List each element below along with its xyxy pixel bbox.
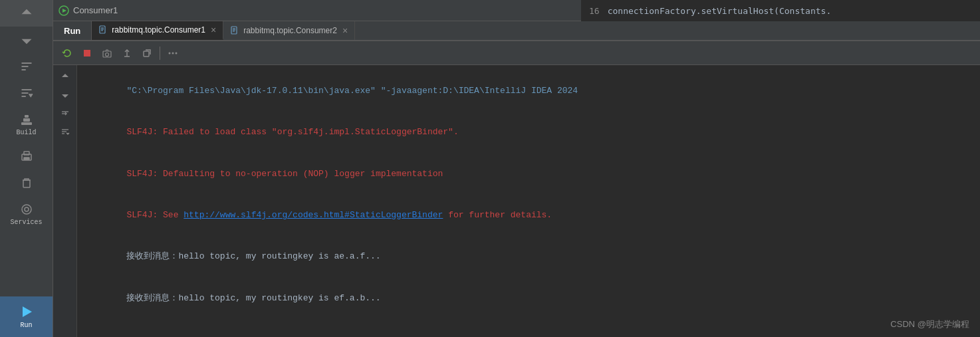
- tab1-close[interactable]: ×: [211, 25, 216, 35]
- tab-bar: Run rabbitmq.topic.Consumer1 × rabbitmq.…: [53, 21, 980, 41]
- svg-rect-11: [24, 158, 29, 160]
- svg-rect-32: [144, 51, 149, 56]
- line-number: 16: [589, 6, 600, 16]
- pin-button[interactable]: [118, 45, 136, 62]
- console-gutter: [53, 65, 77, 337]
- slf4j-see-prefix: SLF4J: See: [126, 210, 184, 220]
- toolbar-separator: [160, 47, 160, 60]
- sidebar-sort-down[interactable]: [0, 80, 53, 106]
- tab1-label: rabbitmq.topic.Consumer1: [112, 25, 205, 35]
- file-icon-1: [98, 25, 108, 35]
- gutter-up[interactable]: [58, 69, 72, 84]
- sidebar-item-build[interactable]: Build: [0, 106, 53, 143]
- slf4j-link[interactable]: http://www.slf4j.org/codes.html#StaticLo…: [184, 210, 443, 220]
- svg-rect-8: [25, 115, 29, 118]
- rerun-button[interactable]: [59, 45, 76, 62]
- console-area: "C:\Program Files\Java\jdk-17.0.11\bin\j…: [53, 65, 980, 337]
- tab2-close[interactable]: ×: [342, 25, 348, 36]
- build-label: Build: [16, 129, 36, 136]
- consumer1-title: Consumer1: [73, 5, 118, 15]
- watermark: CSDN @明志学编程: [890, 318, 969, 330]
- console-line-3: SLF4J: Defaulting to no-operation (NOP) …: [85, 154, 972, 195]
- top-bar-title-area: Consumer1: [59, 5, 118, 16]
- console-line-4: SLF4J: See http://www.slf4j.org/codes.ht…: [85, 195, 972, 236]
- top-bar: Consumer1 16 connectionFactory.setVirtua…: [53, 0, 980, 21]
- svg-rect-27: [84, 50, 90, 56]
- code-snippet: connectionFactory.setVirtualHost(Constan…: [608, 6, 832, 16]
- svg-point-34: [172, 52, 174, 54]
- svg-rect-7: [23, 118, 30, 122]
- sidebar-sort[interactable]: [0, 53, 53, 80]
- tab-run[interactable]: Run: [53, 21, 92, 40]
- console-output[interactable]: "C:\Program Files\Java\jdk-17.0.11\bin\j…: [77, 65, 980, 337]
- svg-point-29: [106, 53, 109, 56]
- console-line-6: 接收到消息：hello topic, my routingkey is ef.a…: [85, 278, 972, 319]
- console-line-1: "C:\Program Files\Java\jdk-17.0.11\bin\j…: [85, 70, 972, 112]
- gutter-down[interactable]: [58, 88, 72, 102]
- svg-point-15: [25, 207, 29, 211]
- tab2-label: rabbitmq.topic.Consumer2: [243, 26, 337, 35]
- main-content: Consumer1 16 connectionFactory.setVirtua…: [53, 0, 980, 337]
- restore-button[interactable]: [138, 45, 156, 62]
- tab-consumer1[interactable]: rabbitmq.topic.Consumer1 ×: [92, 21, 223, 40]
- svg-point-33: [169, 52, 171, 54]
- sidebar-scroll-down[interactable]: [0, 27, 53, 53]
- svg-point-35: [176, 52, 178, 54]
- sidebar-top-section: Build Services: [0, 0, 53, 233]
- sidebar: Build Services: [0, 0, 53, 337]
- stop-button[interactable]: [78, 45, 96, 62]
- gutter-sort-desc[interactable]: [58, 125, 72, 140]
- run-bottom-label: Run: [20, 322, 32, 329]
- services-label: Services: [10, 219, 42, 226]
- gutter-wrap[interactable]: [58, 106, 72, 121]
- console-line-2: SLF4J: Failed to load class "org.slf4j.i…: [85, 112, 972, 153]
- toolbar: [53, 41, 980, 65]
- svg-rect-10: [24, 152, 29, 155]
- svg-marker-18: [62, 9, 66, 13]
- more-options-button[interactable]: [164, 45, 182, 62]
- sidebar-item-print[interactable]: [0, 143, 53, 169]
- run-bottom-button[interactable]: Run: [0, 296, 53, 337]
- svg-rect-13: [23, 180, 30, 187]
- file-icon-2: [230, 26, 239, 35]
- svg-point-14: [22, 205, 31, 214]
- tab-consumer2[interactable]: rabbitmq.topic.Consumer2 ×: [223, 21, 355, 40]
- sidebar-scroll-up[interactable]: [0, 0, 53, 27]
- svg-marker-16: [23, 306, 32, 317]
- console-line-5: 接收到消息：hello topic, my routingkey is ae.a…: [85, 237, 972, 278]
- sidebar-item-services[interactable]: Services: [0, 196, 53, 233]
- slf4j-see-suffix: for further details.: [443, 210, 552, 220]
- snapshot-button[interactable]: [98, 45, 116, 62]
- svg-rect-6: [21, 122, 32, 125]
- sidebar-item-trash[interactable]: [0, 169, 53, 196]
